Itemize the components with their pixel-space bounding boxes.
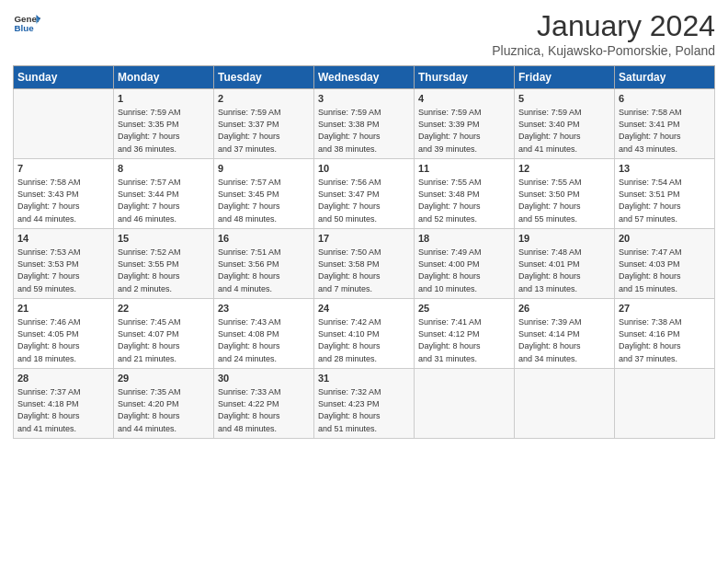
weekday-header-row: SundayMondayTuesdayWednesdayThursdayFrid…: [14, 66, 715, 89]
calendar-cell: 18Sunrise: 7:49 AMSunset: 4:00 PMDayligh…: [415, 229, 515, 299]
day-number: 31: [318, 372, 410, 385]
day-number: 21: [17, 302, 109, 316]
day-info: Sunrise: 7:58 AMSunset: 3:41 PMDaylight:…: [619, 107, 711, 155]
calendar-cell: 8Sunrise: 7:57 AMSunset: 3:44 PMDaylight…: [114, 159, 214, 229]
logo: General Blue: [13, 9, 40, 37]
calendar-cell: [415, 369, 515, 439]
day-number: 25: [418, 302, 510, 316]
month-title: January 2024: [492, 9, 715, 43]
day-info: Sunrise: 7:53 AMSunset: 3:53 PMDaylight:…: [17, 247, 109, 294]
day-number: 7: [17, 162, 109, 176]
calendar-cell: 4Sunrise: 7:59 AMSunset: 3:39 PMDaylight…: [415, 89, 515, 159]
calendar-cell: 26Sunrise: 7:39 AMSunset: 4:14 PMDayligh…: [515, 299, 615, 369]
day-number: 8: [118, 162, 210, 176]
calendar-cell: 25Sunrise: 7:41 AMSunset: 4:12 PMDayligh…: [415, 299, 515, 369]
day-number: 6: [619, 92, 711, 106]
day-number: 28: [17, 372, 109, 385]
day-info: Sunrise: 7:35 AMSunset: 4:20 PMDaylight:…: [118, 386, 210, 434]
day-info: Sunrise: 7:59 AMSunset: 3:35 PMDaylight:…: [118, 107, 210, 155]
calendar-cell: 17Sunrise: 7:50 AMSunset: 3:58 PMDayligh…: [314, 229, 415, 299]
calendar-week-row: 28Sunrise: 7:37 AMSunset: 4:18 PMDayligh…: [14, 369, 715, 439]
weekday-header-thursday: Thursday: [415, 66, 515, 89]
logo-icon: General Blue: [13, 9, 40, 37]
day-info: Sunrise: 7:55 AMSunset: 3:48 PMDaylight:…: [418, 177, 510, 224]
day-info: Sunrise: 7:46 AMSunset: 4:05 PMDaylight:…: [17, 316, 109, 364]
day-number: 18: [418, 232, 510, 246]
day-info: Sunrise: 7:52 AMSunset: 3:55 PMDaylight:…: [118, 247, 210, 294]
day-info: Sunrise: 7:49 AMSunset: 4:00 PMDaylight:…: [418, 247, 510, 294]
day-number: 17: [318, 232, 410, 246]
title-block: January 2024 Pluznica, Kujawsko-Pomorski…: [492, 9, 715, 58]
calendar-cell: [615, 369, 715, 439]
calendar-cell: 6Sunrise: 7:58 AMSunset: 3:41 PMDaylight…: [615, 89, 715, 159]
day-info: Sunrise: 7:43 AMSunset: 4:08 PMDaylight:…: [218, 316, 310, 364]
day-info: Sunrise: 7:42 AMSunset: 4:10 PMDaylight:…: [318, 316, 410, 364]
day-info: Sunrise: 7:50 AMSunset: 3:58 PMDaylight:…: [318, 247, 410, 294]
day-number: 20: [619, 232, 711, 246]
day-info: Sunrise: 7:33 AMSunset: 4:22 PMDaylight:…: [218, 386, 310, 434]
day-info: Sunrise: 7:56 AMSunset: 3:47 PMDaylight:…: [318, 177, 410, 224]
calendar-cell: 15Sunrise: 7:52 AMSunset: 3:55 PMDayligh…: [114, 229, 214, 299]
calendar-cell: 23Sunrise: 7:43 AMSunset: 4:08 PMDayligh…: [214, 299, 314, 369]
calendar-cell: 31Sunrise: 7:32 AMSunset: 4:23 PMDayligh…: [314, 369, 415, 439]
weekday-header-saturday: Saturday: [615, 66, 715, 89]
calendar-cell: 29Sunrise: 7:35 AMSunset: 4:20 PMDayligh…: [114, 369, 214, 439]
day-number: 4: [418, 92, 510, 106]
day-number: 3: [318, 92, 410, 106]
calendar-cell: 3Sunrise: 7:59 AMSunset: 3:38 PMDaylight…: [314, 89, 415, 159]
calendar-table: SundayMondayTuesdayWednesdayThursdayFrid…: [13, 65, 715, 439]
day-info: Sunrise: 7:59 AMSunset: 3:38 PMDaylight:…: [318, 107, 410, 155]
day-info: Sunrise: 7:37 AMSunset: 4:18 PMDaylight:…: [17, 386, 109, 434]
day-info: Sunrise: 7:59 AMSunset: 3:40 PMDaylight:…: [518, 107, 610, 155]
day-info: Sunrise: 7:59 AMSunset: 3:37 PMDaylight:…: [218, 107, 310, 155]
day-number: 19: [518, 232, 610, 246]
calendar-week-row: 14Sunrise: 7:53 AMSunset: 3:53 PMDayligh…: [14, 229, 715, 299]
calendar-cell: 2Sunrise: 7:59 AMSunset: 3:37 PMDaylight…: [214, 89, 314, 159]
calendar-week-row: 7Sunrise: 7:58 AMSunset: 3:43 PMDaylight…: [14, 159, 715, 229]
calendar-cell: 21Sunrise: 7:46 AMSunset: 4:05 PMDayligh…: [14, 299, 114, 369]
calendar-cell: 5Sunrise: 7:59 AMSunset: 3:40 PMDaylight…: [515, 89, 615, 159]
weekday-header-tuesday: Tuesday: [214, 66, 314, 89]
day-info: Sunrise: 7:55 AMSunset: 3:50 PMDaylight:…: [518, 177, 610, 224]
day-number: 26: [518, 302, 610, 316]
calendar-cell: 28Sunrise: 7:37 AMSunset: 4:18 PMDayligh…: [14, 369, 114, 439]
day-number: 1: [118, 92, 210, 106]
day-info: Sunrise: 7:54 AMSunset: 3:51 PMDaylight:…: [619, 177, 711, 224]
day-info: Sunrise: 7:58 AMSunset: 3:43 PMDaylight:…: [17, 177, 109, 224]
page-container: General Blue January 2024 Pluznica, Kuja…: [0, 0, 728, 446]
day-info: Sunrise: 7:39 AMSunset: 4:14 PMDaylight:…: [518, 316, 610, 364]
calendar-cell: 9Sunrise: 7:57 AMSunset: 3:45 PMDaylight…: [214, 159, 314, 229]
day-info: Sunrise: 7:45 AMSunset: 4:07 PMDaylight:…: [118, 316, 210, 364]
day-info: Sunrise: 7:51 AMSunset: 3:56 PMDaylight:…: [218, 247, 310, 294]
calendar-cell: 16Sunrise: 7:51 AMSunset: 3:56 PMDayligh…: [214, 229, 314, 299]
calendar-cell: [14, 89, 114, 159]
day-number: 12: [518, 162, 610, 176]
day-info: Sunrise: 7:57 AMSunset: 3:45 PMDaylight:…: [218, 177, 310, 224]
calendar-cell: 30Sunrise: 7:33 AMSunset: 4:22 PMDayligh…: [214, 369, 314, 439]
location-subtitle: Pluznica, Kujawsko-Pomorskie, Poland: [492, 43, 715, 58]
day-number: 5: [518, 92, 610, 106]
weekday-header-friday: Friday: [515, 66, 615, 89]
day-number: 16: [218, 232, 310, 246]
day-number: 22: [118, 302, 210, 316]
day-info: Sunrise: 7:47 AMSunset: 4:03 PMDaylight:…: [619, 247, 711, 294]
calendar-cell: [515, 369, 615, 439]
day-info: Sunrise: 7:59 AMSunset: 3:39 PMDaylight:…: [418, 107, 510, 155]
calendar-week-row: 1Sunrise: 7:59 AMSunset: 3:35 PMDaylight…: [14, 89, 715, 159]
calendar-cell: 24Sunrise: 7:42 AMSunset: 4:10 PMDayligh…: [314, 299, 415, 369]
calendar-cell: 7Sunrise: 7:58 AMSunset: 3:43 PMDaylight…: [14, 159, 114, 229]
day-number: 14: [17, 232, 109, 246]
svg-text:Blue: Blue: [15, 23, 35, 33]
day-number: 24: [318, 302, 410, 316]
calendar-cell: 19Sunrise: 7:48 AMSunset: 4:01 PMDayligh…: [515, 229, 615, 299]
calendar-cell: 22Sunrise: 7:45 AMSunset: 4:07 PMDayligh…: [114, 299, 214, 369]
calendar-cell: 27Sunrise: 7:38 AMSunset: 4:16 PMDayligh…: [615, 299, 715, 369]
day-number: 11: [418, 162, 510, 176]
calendar-cell: 10Sunrise: 7:56 AMSunset: 3:47 PMDayligh…: [314, 159, 415, 229]
day-info: Sunrise: 7:32 AMSunset: 4:23 PMDaylight:…: [318, 386, 410, 434]
calendar-cell: 13Sunrise: 7:54 AMSunset: 3:51 PMDayligh…: [615, 159, 715, 229]
day-number: 13: [619, 162, 711, 176]
calendar-cell: 14Sunrise: 7:53 AMSunset: 3:53 PMDayligh…: [14, 229, 114, 299]
day-number: 23: [218, 302, 310, 316]
day-number: 29: [118, 372, 210, 385]
